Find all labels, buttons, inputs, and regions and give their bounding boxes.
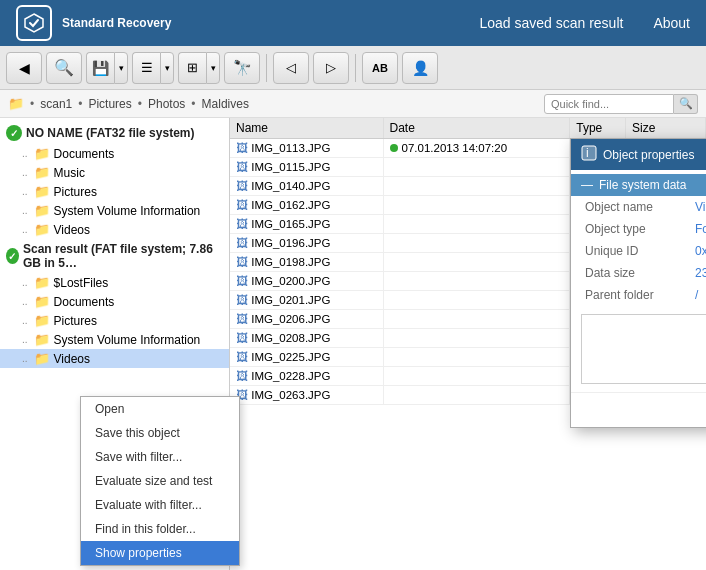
dialog-body: — File system data Object name Videos Ob…	[571, 170, 706, 427]
dialog-value-parent-folder: /	[695, 288, 698, 302]
quick-find-container: 🔍	[544, 94, 698, 114]
file-name: 🖼 IMG_0201.JPG	[230, 291, 383, 310]
file-name: 🖼 IMG_0200.JPG	[230, 272, 383, 291]
tree-item-sysvolinfo-1[interactable]: .. 📁 System Volume Information	[0, 201, 229, 220]
toolbar-separator-2	[355, 54, 356, 82]
folder-icon: 📁	[34, 222, 50, 237]
file-name: 🖼 IMG_0115.JPG	[230, 158, 383, 177]
file-icon: 🖼	[236, 274, 248, 288]
save-arrow-button[interactable]: ▾	[114, 52, 128, 84]
file-name: 🖼 IMG_0162.JPG	[230, 196, 383, 215]
dialog-row-unique-id: Unique ID 0x0009A35C	[571, 240, 706, 262]
list-button-group: ☰ ▾	[132, 52, 174, 84]
dialog-value-object-type: Folder	[695, 222, 706, 236]
save-main-button[interactable]: 💾	[86, 52, 114, 84]
section-1-label: NO NAME (FAT32 file system)	[26, 126, 194, 140]
grid-main-button[interactable]: ⊞	[178, 52, 206, 84]
context-menu-save-filter[interactable]: Save with filter...	[81, 445, 239, 469]
tree-label: Pictures	[54, 185, 97, 199]
load-saved-nav[interactable]: Load saved scan result	[479, 15, 623, 31]
folder-icon: 📁	[34, 165, 50, 180]
context-menu-save-object[interactable]: Save this object	[81, 421, 239, 445]
file-icon: 🖼	[236, 217, 248, 231]
tree-item-documents-1[interactable]: .. 📁 Documents	[0, 144, 229, 163]
dialog-title-text: Object properties	[603, 148, 694, 162]
folder-icon: 📁	[34, 294, 50, 309]
search-button[interactable]: 🔍	[46, 52, 82, 84]
breadcrumb-bar: 📁 • scan1 • Pictures • Photos • Maldives…	[0, 90, 706, 118]
file-icon: 🖼	[236, 293, 248, 307]
next-button[interactable]: ▷	[313, 52, 349, 84]
tree-label: System Volume Information	[54, 333, 201, 347]
breadcrumb-item-3[interactable]: Maldives	[202, 97, 249, 111]
folder-icon: 📁	[34, 313, 50, 328]
app-logo: Standard Recovery	[16, 5, 171, 41]
grid-arrow-button[interactable]: ▾	[206, 52, 220, 84]
breadcrumb-item-1[interactable]: Pictures	[88, 97, 131, 111]
tree-label: Pictures	[54, 314, 97, 328]
file-name: 🖼 IMG_0208.JPG	[230, 329, 383, 348]
dialog-row-parent-folder: Parent folder /	[571, 284, 706, 306]
file-icon: 🖼	[236, 312, 248, 326]
toolbar: ◀ 🔍 💾 ▾ ☰ ▾ ⊞ ▾ 🔭 ◁ ▷ АВ 👤	[0, 46, 706, 90]
context-menu-evaluate[interactable]: Evaluate size and test	[81, 469, 239, 493]
tree-item-sysvolinfo-2[interactable]: .. 📁 System Volume Information	[0, 330, 229, 349]
section-header-2: ✓ Scan result (FAT file system; 7.86 GB …	[0, 239, 229, 273]
tree-item-documents-2[interactable]: .. 📁 Documents	[0, 292, 229, 311]
about-nav[interactable]: About	[653, 15, 690, 31]
back-button[interactable]: ◀	[6, 52, 42, 84]
section-2-label: Scan result (FAT file system; 7.86 GB in…	[23, 242, 223, 270]
file-icon: 🖼	[236, 255, 248, 269]
context-menu-properties[interactable]: Show properties	[81, 541, 239, 565]
status-dot	[390, 144, 398, 152]
app-title: Standard Recovery	[62, 16, 171, 30]
tree-item-lostfiles[interactable]: .. 📁 $LostFiles	[0, 273, 229, 292]
tree-label: $LostFiles	[54, 276, 109, 290]
dialog-label-unique-id: Unique ID	[585, 244, 695, 258]
tree-item-music[interactable]: .. 📁 Music	[0, 163, 229, 182]
section-header-1: ✓ NO NAME (FAT32 file system)	[0, 122, 229, 144]
list-main-button[interactable]: ☰	[132, 52, 160, 84]
object-properties-dialog: i Object properties ✕ — File system data…	[570, 138, 706, 428]
quick-find-button[interactable]: 🔍	[674, 94, 698, 114]
tree-label: Documents	[54, 295, 115, 309]
dialog-row-object-name: Object name Videos	[571, 196, 706, 218]
main-content: ✓ NO NAME (FAT32 file system) .. 📁 Docum…	[0, 118, 706, 570]
file-icon: 🖼	[236, 236, 248, 250]
dialog-title-icon: i	[581, 145, 597, 164]
file-date	[383, 158, 570, 177]
tree-label: Videos	[54, 352, 90, 366]
dialog-value-data-size: 231540412	[695, 266, 706, 280]
dialog-footer: Close	[571, 392, 706, 423]
dialog-label-object-name: Object name	[585, 200, 695, 214]
binoculars-button[interactable]: 🔭	[224, 52, 260, 84]
file-name: 🖼 IMG_0140.JPG	[230, 177, 383, 196]
context-menu-find[interactable]: Find in this folder...	[81, 517, 239, 541]
dialog-label-parent-folder: Parent folder	[585, 288, 695, 302]
folder-icon: 📁	[34, 184, 50, 199]
file-name: 🖼 IMG_0228.JPG	[230, 367, 383, 386]
file-icon: 🖼	[236, 369, 248, 383]
quick-find-input[interactable]	[544, 94, 674, 114]
prev-button[interactable]: ◁	[273, 52, 309, 84]
breadcrumb-item-0[interactable]: scan1	[40, 97, 72, 111]
file-icon: 🖼	[236, 331, 248, 345]
context-menu-open[interactable]: Open	[81, 397, 239, 421]
tree-label: System Volume Information	[54, 204, 201, 218]
col-date: Date	[383, 118, 570, 139]
user-button[interactable]: 👤	[402, 52, 438, 84]
tree-item-pictures-2[interactable]: .. 📁 Pictures	[0, 311, 229, 330]
context-menu-evaluate-filter[interactable]: Evaluate with filter...	[81, 493, 239, 517]
file-name: 🖼 IMG_0263.JPG	[230, 386, 383, 405]
tree-item-pictures-1[interactable]: .. 📁 Pictures	[0, 182, 229, 201]
file-icon: 🖼	[236, 350, 248, 364]
list-arrow-button[interactable]: ▾	[160, 52, 174, 84]
tree-label: Music	[54, 166, 85, 180]
section-1-icon: ✓	[6, 125, 22, 141]
file-icon: 🖼	[236, 198, 248, 212]
font-button[interactable]: АВ	[362, 52, 398, 84]
tree-item-videos-1[interactable]: .. 📁 Videos	[0, 220, 229, 239]
dialog-section-label: File system data	[599, 178, 686, 192]
tree-item-videos-2[interactable]: .. 📁 Videos	[0, 349, 229, 368]
breadcrumb-item-2[interactable]: Photos	[148, 97, 185, 111]
